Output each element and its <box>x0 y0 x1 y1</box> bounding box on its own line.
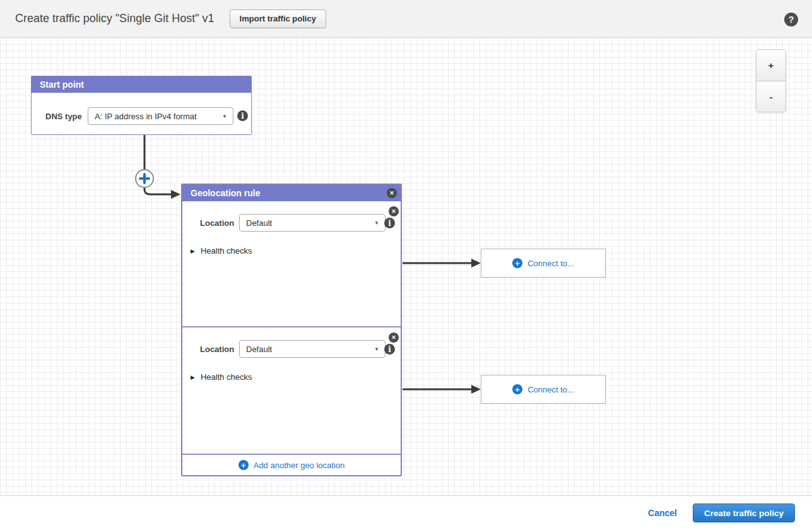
geolocation-rule-panel: Geolocation rule ✕ ✕ Location Default ▼ … <box>181 184 402 476</box>
location-value-1: Default <box>246 218 272 228</box>
add-geo-location-button[interactable]: + Add another geo location <box>182 454 401 475</box>
cancel-button[interactable]: Cancel <box>648 508 677 518</box>
start-point-header: Start point <box>32 76 251 93</box>
zoom-in-button[interactable]: + <box>756 50 786 81</box>
geo-rule-section-1: ✕ Location Default ▼ i ▶ Health checks <box>182 201 401 326</box>
create-traffic-policy-button[interactable]: Create traffic policy <box>693 504 795 522</box>
plus-circle-icon: + <box>512 258 522 268</box>
health-checks-expander-2[interactable]: ▶ Health checks <box>191 372 252 382</box>
geo-rule-2-close-icon[interactable]: ✕ <box>389 333 399 343</box>
connect-to-label-1: Connect to... <box>527 259 574 268</box>
location-select-2[interactable]: Default ▼ <box>239 340 385 358</box>
zoom-controls: + - <box>756 49 786 112</box>
dns-type-value: A: IP address in IPv4 format <box>95 112 197 121</box>
start-point-panel: Start point DNS type A: IP address in IP… <box>31 76 252 135</box>
dns-type-label: DNS type <box>45 112 82 121</box>
start-point-title: Start point <box>40 80 84 90</box>
geolocation-rule-header: Geolocation rule ✕ <box>182 185 401 201</box>
geolocation-rule-close-icon[interactable]: ✕ <box>387 188 397 198</box>
connect-to-box-1[interactable]: + Connect to... <box>481 249 606 278</box>
location-select-1[interactable]: Default ▼ <box>239 214 385 232</box>
health-checks-label-1: Health checks <box>201 246 252 256</box>
plus-circle-icon: + <box>512 384 522 394</box>
top-bar: Create traffic policy "Single Git Host" … <box>0 0 812 38</box>
chevron-down-icon: ▼ <box>374 220 379 226</box>
chevron-down-icon: ▼ <box>374 346 379 352</box>
geo-rule-1-close-icon[interactable]: ✕ <box>389 206 399 216</box>
import-traffic-policy-button[interactable]: Import traffic policy <box>230 9 326 28</box>
location-info-icon-1[interactable]: i <box>384 218 395 228</box>
connect-to-label-2: Connect to... <box>527 385 574 394</box>
add-rule-plus-connector[interactable] <box>136 170 153 187</box>
geolocation-rule-title: Geolocation rule <box>191 188 260 198</box>
location-value-2: Default <box>246 344 272 354</box>
location-label-2: Location <box>200 344 234 354</box>
chevron-down-icon: ▼ <box>222 114 227 119</box>
footer-bar: Cancel Create traffic policy <box>0 495 812 530</box>
add-geo-location-label: Add another geo location <box>254 461 345 470</box>
health-checks-label-2: Health checks <box>201 372 252 382</box>
start-point-body: DNS type A: IP address in IPv4 format ▼ … <box>32 93 251 134</box>
location-info-icon-2[interactable]: i <box>384 344 395 355</box>
dns-type-info-icon[interactable]: i <box>237 110 248 121</box>
help-icon[interactable]: ? <box>784 13 798 26</box>
policy-editor-canvas: Start point DNS type A: IP address in IP… <box>0 38 812 495</box>
connect-to-box-2[interactable]: + Connect to... <box>481 375 606 404</box>
page-title: Create traffic policy "Single Git Host" … <box>15 12 215 25</box>
geo-rule-section-2: ✕ Location Default ▼ i ▶ Health checks <box>182 326 401 454</box>
plus-circle-icon: + <box>238 460 249 470</box>
health-checks-expander-1[interactable]: ▶ Health checks <box>191 246 252 256</box>
zoom-out-button[interactable]: - <box>756 81 786 112</box>
disclosure-triangle-icon: ▶ <box>191 374 195 380</box>
disclosure-triangle-icon: ▶ <box>191 248 195 254</box>
dns-type-select[interactable]: A: IP address in IPv4 format ▼ <box>88 107 233 125</box>
location-label-1: Location <box>200 218 234 228</box>
